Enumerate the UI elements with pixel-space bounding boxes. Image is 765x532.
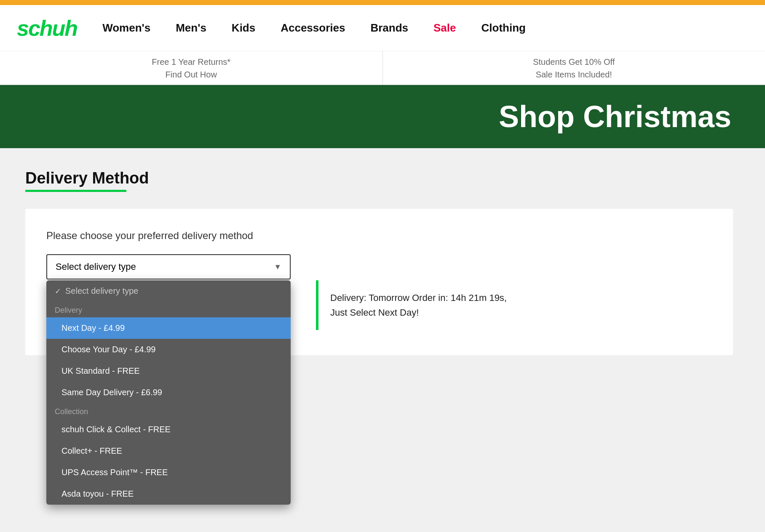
delivery-info-line2: Just Select Next Day! — [330, 307, 419, 318]
main-content: Delivery Method Please choose your prefe… — [0, 148, 765, 376]
delivery-info-line1: Delivery: Tomorrow Order in: 14h 21m 19s… — [330, 293, 507, 303]
nav-item-sale[interactable]: Sale — [433, 21, 456, 35]
returns-line1: Free 1 Year Returns* — [0, 56, 382, 68]
nav-item-clothing[interactable]: Clothing — [481, 21, 526, 35]
header: schuh Women's Men's Kids Accessories Bra… — [0, 5, 765, 51]
option-asda-toyou[interactable]: Asda toyou - FREE — [46, 483, 291, 505]
chevron-down-icon: ▼ — [274, 263, 281, 271]
nav-item-accessories[interactable]: Accessories — [281, 21, 345, 35]
top-border — [0, 0, 765, 5]
nav-link-accessories[interactable]: Accessories — [281, 21, 345, 34]
dropdown-menu: ✓ Select delivery type Delivery Next Day… — [46, 280, 291, 505]
delivery-card: Please choose your preferred delivery me… — [25, 209, 733, 355]
dropdown-selected-item[interactable]: ✓ Select delivery type — [46, 280, 291, 302]
nav-link-brands[interactable]: Brands — [370, 21, 408, 34]
option-choose-your-day[interactable]: Choose Your Day - £4.99 — [46, 339, 291, 360]
students-line1: Students Get 10% Off — [383, 56, 765, 68]
delivery-method-section: Delivery Method Please choose your prefe… — [25, 169, 740, 355]
nav-item-womens[interactable]: Women's — [102, 21, 150, 35]
green-banner: Shop Christmas — [0, 85, 765, 148]
option-next-day[interactable]: Next Day - £4.99 — [46, 317, 291, 339]
nav-link-kids[interactable]: Kids — [232, 21, 255, 34]
delivery-type-dropdown[interactable]: Select delivery type ▼ — [46, 254, 291, 279]
option-collect-plus[interactable]: Collect+ - FREE — [46, 440, 291, 462]
title-underline — [25, 190, 126, 192]
delivery-description: Please choose your preferred delivery me… — [46, 230, 712, 242]
option-ups-access[interactable]: UPS Access Point™ - FREE — [46, 462, 291, 483]
info-bar-left: Free 1 Year Returns* Find Out How — [0, 51, 383, 85]
option-same-day[interactable]: Same Day Delivery - £6.99 — [46, 382, 291, 403]
nav-links: Women's Men's Kids Accessories Brands Sa… — [102, 21, 748, 35]
banner-title: Shop Christmas — [499, 99, 731, 134]
checkmark-icon: ✓ — [55, 287, 61, 296]
logo[interactable]: schuh — [17, 16, 77, 41]
nav-link-clothing[interactable]: Clothing — [481, 21, 526, 34]
collection-group-label: Collection — [46, 403, 291, 419]
info-bar-right: Students Get 10% Off Sale Items Included… — [383, 51, 765, 85]
delivery-info-box: Delivery: Tomorrow Order in: 14h 21m 19s… — [316, 280, 712, 330]
option-click-collect[interactable]: schuh Click & Collect - FREE — [46, 419, 291, 440]
nav-link-womens[interactable]: Women's — [102, 21, 150, 34]
students-line2: Sale Items Included! — [383, 68, 765, 81]
nav-link-sale[interactable]: Sale — [433, 21, 456, 34]
section-title: Delivery Method — [25, 169, 740, 187]
nav-item-mens[interactable]: Men's — [176, 21, 206, 35]
delivery-row: Select delivery type ▼ ✓ Select delivery… — [46, 254, 712, 330]
nav-item-kids[interactable]: Kids — [232, 21, 255, 35]
delivery-group-label: Delivery — [46, 302, 291, 317]
dropdown-select-label: Select delivery type — [65, 286, 138, 296]
dropdown-container: Select delivery type ▼ ✓ Select delivery… — [46, 254, 291, 279]
nav-item-brands[interactable]: Brands — [370, 21, 408, 35]
option-uk-standard[interactable]: UK Standard - FREE — [46, 360, 291, 382]
info-bar: Free 1 Year Returns* Find Out How Studen… — [0, 51, 765, 85]
dropdown-selected-label: Select delivery type — [56, 261, 136, 272]
nav-link-mens[interactable]: Men's — [176, 21, 206, 34]
returns-line2: Find Out How — [0, 68, 382, 81]
